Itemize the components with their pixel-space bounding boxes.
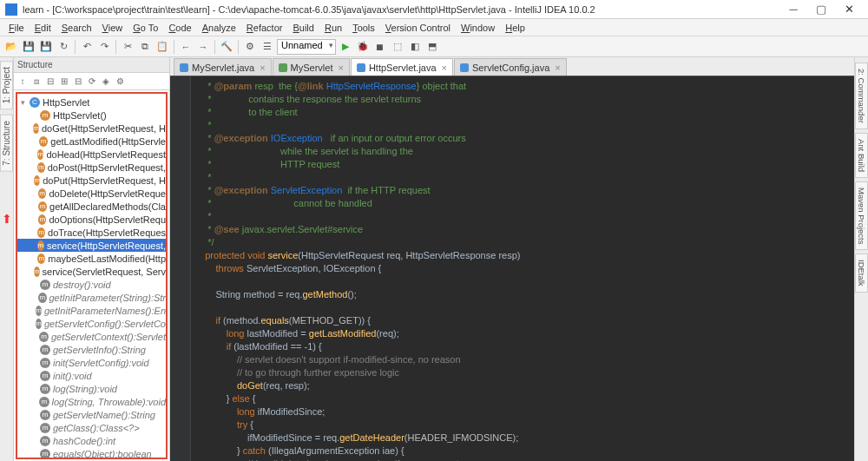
coverage-icon[interactable]: ⬚: [390, 39, 405, 55]
code-line[interactable]: try {: [194, 418, 854, 431]
method-node[interactable]: mgetClass():Class<?>: [17, 421, 166, 434]
menu-window[interactable]: Window: [456, 21, 500, 35]
menu-version-control[interactable]: Version Control: [380, 21, 456, 35]
code-line[interactable]: * while the servlet is handling the: [194, 145, 854, 158]
close-tab-icon[interactable]: ×: [260, 63, 265, 73]
menu-file[interactable]: File: [3, 21, 30, 35]
method-node[interactable]: mequals(Object):boolean: [17, 447, 166, 459]
code-line[interactable]: * contains the response the servlet retu…: [194, 93, 854, 106]
editor-tab[interactable]: ServletConfig.java×: [454, 58, 567, 76]
menu-tools[interactable]: Tools: [347, 21, 380, 35]
method-node[interactable]: mdoDelete(HttpServletReque: [17, 187, 166, 200]
build-icon[interactable]: 🔨: [219, 39, 234, 55]
paste-icon[interactable]: 📋: [155, 39, 170, 55]
code-line[interactable]: if (lastModified == -1) {: [194, 340, 854, 353]
run-config-select[interactable]: Unnamed: [277, 39, 336, 55]
method-node[interactable]: minit():void: [17, 369, 166, 382]
back-icon[interactable]: ←: [178, 39, 194, 55]
debug-icon[interactable]: 🐞: [355, 39, 371, 55]
method-node[interactable]: mdoHead(HttpServletRequest: [17, 148, 166, 161]
method-node[interactable]: mHttpServlet(): [17, 109, 166, 122]
code-line[interactable]: [194, 275, 854, 288]
code-line[interactable]: // Invalid date header - proceed as if n…: [194, 458, 854, 461]
editor-tab[interactable]: HttpServlet.java×: [351, 58, 453, 76]
editor-tab[interactable]: MyServlet.java×: [174, 58, 272, 76]
method-node[interactable]: mgetServletConfig():ServletCo: [17, 317, 166, 330]
method-node[interactable]: mlog(String, Throwable):void: [17, 395, 166, 408]
menu-help[interactable]: Help: [500, 21, 530, 35]
code-line[interactable]: long lastModified = getLastModified(req)…: [194, 327, 854, 340]
code-line[interactable]: } else {: [194, 392, 854, 405]
code-line[interactable]: * HTTP request: [194, 158, 854, 171]
toolwindow-tab-ant-build[interactable]: Ant Build: [855, 133, 868, 178]
code-line[interactable]: * @exception ServletException if the HTT…: [194, 184, 854, 197]
class-node[interactable]: ▾C HttpServlet: [17, 95, 166, 109]
close-button[interactable]: ✕: [835, 3, 863, 16]
menu-analyze[interactable]: Analyze: [197, 21, 241, 35]
method-node[interactable]: mhashCode():int: [17, 434, 166, 447]
structure-toolwindow-tab[interactable]: 7: Structure: [0, 115, 13, 172]
method-node[interactable]: mgetServletName():String: [17, 408, 166, 421]
run-icon[interactable]: ▶: [338, 39, 353, 55]
expand-icon[interactable]: ⊞: [58, 76, 70, 88]
method-node[interactable]: mmaybeSetLastModified(Http: [17, 252, 166, 265]
attach-icon[interactable]: ⬒: [424, 39, 440, 55]
collapse-icon[interactable]: ⊟: [72, 76, 84, 88]
toolwindow-tab-maven-projects[interactable]: Maven Projects: [855, 181, 868, 250]
sort-icon[interactable]: ↕: [16, 76, 29, 88]
code-line[interactable]: [194, 301, 854, 314]
gutter[interactable]: [170, 76, 191, 461]
method-node[interactable]: mgetAllDeclaredMethods(Cla: [17, 200, 166, 213]
open-icon[interactable]: 📂: [3, 39, 19, 55]
method-node[interactable]: mdoGet(HttpServletRequest, H: [17, 122, 166, 135]
reload-icon[interactable]: ↻: [56, 39, 71, 55]
method-node[interactable]: mdoPost(HttpServletRequest,: [17, 161, 166, 174]
code-line[interactable]: String method = req.getMethod();: [194, 288, 854, 301]
gear-icon[interactable]: ⚙: [114, 76, 126, 88]
method-node[interactable]: mdestroy():void: [17, 278, 166, 291]
code-line[interactable]: * @exception IOException if an input or …: [194, 132, 854, 145]
method-node[interactable]: mgetInitParameter(String):Str: [17, 291, 166, 304]
copy-icon[interactable]: ⧉: [137, 39, 153, 55]
method-node[interactable]: mlog(String):void: [17, 382, 166, 395]
method-node[interactable]: mservice(HttpServletRequest,: [17, 239, 166, 252]
maximize-button[interactable]: ▢: [807, 3, 835, 16]
save-icon[interactable]: 💾: [21, 39, 36, 55]
code-line[interactable]: *: [194, 210, 854, 223]
code-line[interactable]: * cannot be handled: [194, 197, 854, 210]
menu-run[interactable]: Run: [319, 21, 347, 35]
method-node[interactable]: mservice(ServletRequest, Serv: [17, 265, 166, 278]
menu-search[interactable]: Search: [56, 21, 97, 35]
close-tab-icon[interactable]: ×: [442, 63, 447, 73]
code-line[interactable]: */: [194, 236, 854, 249]
profile-icon[interactable]: ◧: [407, 39, 423, 55]
code-line[interactable]: *: [194, 171, 854, 184]
group-icon[interactable]: ⧈: [30, 76, 43, 88]
code-line[interactable]: doGet(req, resp);: [194, 379, 854, 392]
method-node[interactable]: mgetServletContext():Servlet: [17, 330, 166, 343]
method-node[interactable]: mgetLastModified(HttpServle: [17, 135, 166, 148]
code-line[interactable]: long ifModifiedSince;: [194, 405, 854, 418]
menu-go-to[interactable]: Go To: [128, 21, 163, 35]
method-node[interactable]: mdoOptions(HttpServletRequ: [17, 213, 166, 226]
settings-icon[interactable]: ⚙: [242, 39, 258, 55]
close-tab-icon[interactable]: ×: [338, 63, 343, 73]
code-line[interactable]: throws ServletException, IOException {: [194, 262, 854, 275]
code-line[interactable]: * @param resp the {@link HttpServletResp…: [194, 80, 854, 93]
minimize-button[interactable]: ─: [779, 3, 807, 16]
code-line[interactable]: *: [194, 119, 854, 132]
undo-icon[interactable]: ↶: [79, 39, 95, 55]
method-node[interactable]: mgetInitParameterNames():En: [17, 304, 166, 317]
structure-icon[interactable]: ☰: [260, 39, 275, 55]
stop-icon[interactable]: ⏹: [372, 39, 388, 55]
redo-icon[interactable]: ↷: [96, 39, 112, 55]
structure-tree[interactable]: ▾C HttpServlet mHttpServlet()mdoGet(Http…: [16, 92, 168, 459]
menu-code[interactable]: Code: [163, 21, 196, 35]
code-line[interactable]: ifModifiedSince = req.getDateHeader(HEAD…: [194, 431, 854, 445]
forward-icon[interactable]: →: [195, 39, 211, 55]
method-node[interactable]: mdoTrace(HttpServletReques: [17, 226, 166, 239]
toolwindow-tab-idetalk[interactable]: IDEtalk: [855, 254, 868, 293]
menu-refactor[interactable]: Refactor: [241, 21, 288, 35]
code-line[interactable]: protected void service(HttpServletReques…: [194, 249, 854, 262]
menu-build[interactable]: Build: [287, 21, 319, 35]
